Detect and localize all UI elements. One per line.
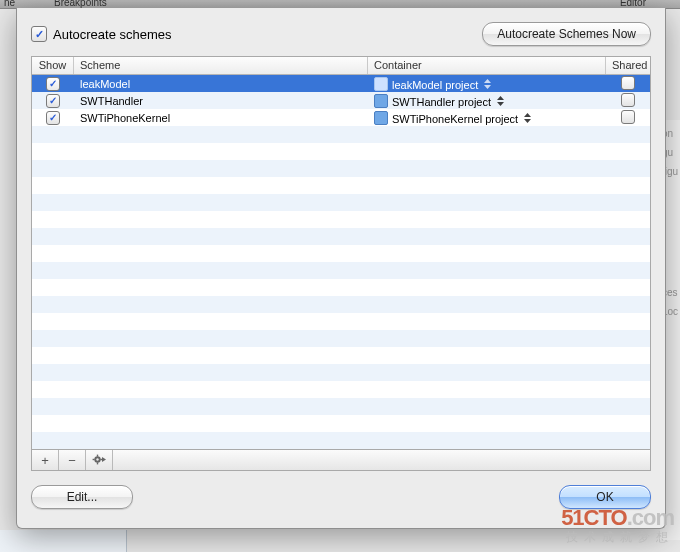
table-row-empty <box>32 296 650 313</box>
svg-marker-5 <box>524 119 531 123</box>
scheme-name: SWTHandler <box>74 95 368 107</box>
table-row-empty <box>32 279 650 296</box>
shared-checkbox[interactable] <box>621 93 635 107</box>
autocreate-now-button[interactable]: Autocreate Schemes Now <box>482 22 651 46</box>
plus-icon: + <box>41 453 49 468</box>
table-row-empty <box>32 245 650 262</box>
autocreate-schemes-checkbox[interactable]: Autocreate schemes <box>31 26 172 42</box>
gear-icon <box>92 454 106 466</box>
edit-button[interactable]: Edit... <box>31 485 133 509</box>
column-shared[interactable]: Shared <box>606 57 650 74</box>
table-row-empty <box>32 143 650 160</box>
bg-tab: Breakpoints <box>54 0 107 8</box>
show-checkbox[interactable] <box>46 94 60 108</box>
column-container[interactable]: Container <box>368 57 606 74</box>
svg-marker-2 <box>497 96 504 100</box>
table-row-empty <box>32 177 650 194</box>
schemes-table: Show Scheme Container Shared leakModelle… <box>31 56 651 450</box>
table-row[interactable]: SWTiPhoneKernelSWTiPhoneKernel project <box>32 109 650 126</box>
stepper-icon[interactable] <box>497 96 504 106</box>
table-row-empty <box>32 330 650 347</box>
table-row-empty <box>32 160 650 177</box>
svg-marker-0 <box>484 79 491 83</box>
svg-rect-10 <box>93 459 95 460</box>
svg-marker-12 <box>102 457 106 462</box>
table-row-empty <box>32 262 650 279</box>
bg-tab: Editor <box>620 0 646 8</box>
show-checkbox[interactable] <box>46 77 60 91</box>
table-controls: + − <box>31 450 651 471</box>
stepper-icon[interactable] <box>524 113 531 123</box>
table-row-empty <box>32 313 650 330</box>
table-row-empty <box>32 194 650 211</box>
table-row-empty <box>32 347 650 364</box>
table-body: leakModelleakModel project SWTHandlerSWT… <box>32 75 650 449</box>
project-icon <box>374 111 388 125</box>
ok-button[interactable]: OK <box>559 485 651 509</box>
svg-rect-9 <box>97 462 98 464</box>
checkbox-icon <box>31 26 47 42</box>
column-show[interactable]: Show <box>32 57 74 74</box>
show-checkbox[interactable] <box>46 111 60 125</box>
container-cell[interactable]: SWTHandler project <box>368 94 606 108</box>
project-icon <box>374 94 388 108</box>
add-button[interactable]: + <box>32 450 59 470</box>
svg-rect-8 <box>97 455 98 457</box>
table-row-empty <box>32 211 650 228</box>
actions-menu-button[interactable] <box>86 450 113 470</box>
table-header: Show Scheme Container Shared <box>32 57 650 75</box>
bg-tab: ne <box>4 0 15 8</box>
sheet-header: Autocreate schemes Autocreate Schemes No… <box>17 8 665 56</box>
table-row[interactable]: SWTHandlerSWTHandler project <box>32 92 650 109</box>
background-sidebar <box>0 530 127 552</box>
stepper-icon[interactable] <box>484 79 491 89</box>
table-row-empty <box>32 415 650 432</box>
shared-checkbox[interactable] <box>621 110 635 124</box>
table-row-empty <box>32 126 650 143</box>
svg-marker-4 <box>524 113 531 117</box>
autocreate-label: Autocreate schemes <box>53 27 172 42</box>
table-row-empty <box>32 432 650 449</box>
scheme-name: leakModel <box>74 78 368 90</box>
container-cell[interactable]: SWTiPhoneKernel project <box>368 111 606 125</box>
table-row-empty <box>32 381 650 398</box>
remove-button[interactable]: − <box>59 450 86 470</box>
manage-schemes-sheet: Autocreate schemes Autocreate Schemes No… <box>16 8 666 529</box>
scheme-name: SWTiPhoneKernel <box>74 112 368 124</box>
column-scheme[interactable]: Scheme <box>74 57 368 74</box>
svg-marker-3 <box>497 102 504 106</box>
shared-checkbox[interactable] <box>621 76 635 90</box>
svg-marker-1 <box>484 85 491 89</box>
table-row-empty <box>32 228 650 245</box>
table-row-empty <box>32 364 650 381</box>
container-cell[interactable]: leakModel project <box>368 77 606 91</box>
project-icon <box>374 77 388 91</box>
table-row-empty <box>32 398 650 415</box>
minus-icon: − <box>68 453 76 468</box>
sheet-footer: Edit... OK <box>17 476 665 528</box>
table-row[interactable]: leakModelleakModel project <box>32 75 650 92</box>
svg-point-7 <box>96 458 98 460</box>
